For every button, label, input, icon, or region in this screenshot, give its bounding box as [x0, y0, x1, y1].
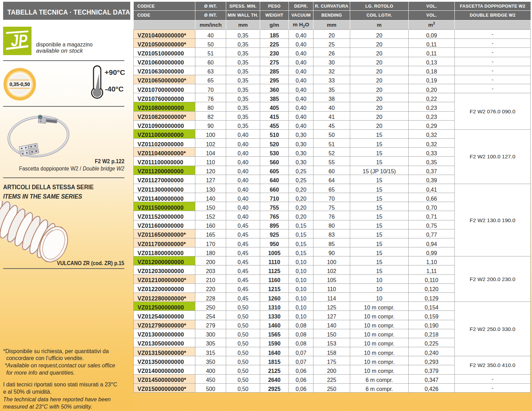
svg-text:0,35-0,50: 0,35-0,50: [9, 81, 30, 87]
svg-text:JP: JP: [10, 31, 28, 50]
